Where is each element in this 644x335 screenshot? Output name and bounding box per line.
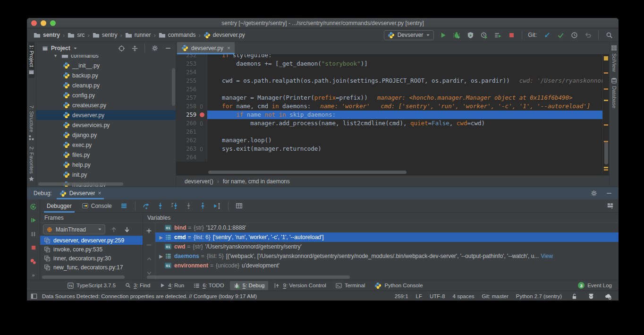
run-to-cursor-button[interactable]	[212, 201, 222, 211]
tree-item-files-py[interactable]: files.py	[36, 150, 176, 160]
tree-item-devserver-py[interactable]: devserver.py	[36, 110, 176, 120]
tree-item-devservices-py[interactable]: devservices.py	[36, 120, 176, 130]
locate-file-button[interactable]	[117, 43, 126, 53]
variable-row[interactable]: 01environment= {unicode}u'development'	[155, 261, 619, 270]
variable-row[interactable]: 01bind= {str}'127.0.0.1:8888'	[155, 223, 619, 232]
search-everywhere-button[interactable]	[604, 30, 614, 40]
pause-button[interactable]	[29, 229, 38, 239]
horizontal-scrollbar[interactable]	[42, 275, 125, 279]
inspections-profile-icon[interactable]	[586, 292, 596, 301]
tree-item-commands[interactable]: ▾commands	[36, 55, 176, 60]
tree-item-cleanup-py[interactable]: cleanup.py	[36, 80, 176, 90]
code-line[interactable]: 255 cwd = os.path.realpath(os.path.join(…	[176, 77, 602, 85]
line-number[interactable]: 256	[176, 85, 207, 94]
debug-button[interactable]	[452, 30, 461, 40]
editor-tab-devserver[interactable]: devserver.py ×	[177, 42, 235, 54]
tool-window-button-3-find[interactable]: 3: Find	[121, 281, 154, 290]
status-file-encoding[interactable]: UTF-8	[430, 293, 445, 299]
remove-watch-button[interactable]	[144, 240, 154, 249]
tool-window-button-database[interactable]: Database	[611, 75, 617, 111]
next-frame-button[interactable]	[122, 225, 132, 234]
close-session-icon[interactable]: ×	[98, 190, 101, 197]
code-line[interactable]: 260 manager.add_process(name, list2cmdli…	[176, 119, 602, 128]
code-line[interactable]: 261	[176, 128, 602, 136]
vertical-scrollbar[interactable]	[172, 68, 175, 106]
view-breakpoints-button[interactable]	[29, 257, 38, 266]
variable-row[interactable]: ▶cmd= {list: 6}['sentry', 'run', 'worker…	[155, 232, 619, 242]
git-rollback-button[interactable]	[583, 30, 593, 40]
tree-item-exec-py[interactable]: exec.py	[36, 140, 176, 150]
git-update-button[interactable]	[542, 30, 551, 40]
previous-frame-button[interactable]	[109, 225, 119, 234]
breadcrumb-item[interactable]: runner	[125, 32, 151, 39]
add-watch-button[interactable]	[144, 226, 154, 235]
breadcrumb-item[interactable]: sentry	[34, 32, 60, 39]
variable-row[interactable]: ▶daemons= {list: 5}[('webpack', ['/Users…	[155, 251, 619, 261]
tool-window-button-structure[interactable]: 7: Structure	[28, 103, 34, 144]
tab-console[interactable]: Console	[79, 199, 115, 213]
stop-button[interactable]	[507, 30, 516, 40]
step-over-button[interactable]	[142, 201, 151, 211]
breadcrumb-item[interactable]: devserver.py	[203, 32, 245, 39]
git-history-button[interactable]	[569, 30, 579, 40]
line-number[interactable]: 264	[176, 153, 207, 162]
tool-window-button-typescript-3-7-5[interactable]: TSTypeScript 3.7.5	[64, 281, 119, 290]
tree-item-django-py[interactable]: django.py	[36, 130, 176, 140]
tool-window-button-5-debug[interactable]: 5: Debug	[230, 281, 269, 290]
frame-row[interactable]: devserver, devserver.py:259	[40, 236, 143, 245]
line-number[interactable]: 260	[176, 119, 207, 128]
chevron-expanded-icon[interactable]: ▾	[54, 55, 59, 58]
fold-marker-icon[interactable]	[200, 147, 203, 151]
status-python-interpreter[interactable]: Python 2.7 (sentry)	[516, 293, 562, 299]
event-log-button[interactable]: 3Event Log	[578, 282, 612, 289]
tool-window-button-terminal[interactable]: Terminal	[332, 281, 369, 290]
code-line[interactable]: 259 if name not in skip_daemons:	[176, 111, 602, 119]
status-message[interactable]: Data Sources Detected: Connection proper…	[42, 293, 257, 299]
code-line[interactable]: 252 if styleguide:	[176, 54, 602, 60]
breadcrumb-item[interactable]: sentry	[93, 32, 118, 39]
tree-item-init-py[interactable]: init.py	[36, 170, 176, 180]
resume-button[interactable]	[29, 215, 38, 225]
breadcrumb-item[interactable]: commands	[159, 32, 196, 39]
inspection-indicator-icon[interactable]	[604, 56, 608, 60]
status-indent-style[interactable]: 4 spaces	[453, 293, 475, 299]
line-number[interactable]: 252	[176, 54, 207, 60]
hide-panel-button[interactable]	[163, 43, 173, 53]
status-caret-position[interactable]: 259:1	[395, 293, 408, 299]
chevron-right-icon[interactable]: ▶	[157, 235, 165, 240]
readonly-lock-icon[interactable]	[569, 292, 579, 301]
line-number[interactable]: 262	[176, 136, 207, 145]
tree-item-help-py[interactable]: help.py	[36, 160, 176, 170]
force-step-into-button[interactable]	[184, 201, 194, 211]
git-commit-button[interactable]	[556, 30, 565, 40]
evaluate-expression-button[interactable]	[235, 201, 244, 211]
tool-window-button-project[interactable]: 1: Project	[28, 42, 34, 78]
run-button[interactable]	[438, 30, 448, 40]
hide-debug-button[interactable]	[604, 189, 614, 198]
tree-item-config-py[interactable]: config.py	[36, 90, 176, 100]
more-actions-button[interactable]: »	[32, 272, 34, 278]
line-number[interactable]: 261	[176, 128, 207, 136]
editor-breadcrumb-item[interactable]: for name, cmd in daemons	[223, 178, 290, 185]
move-up-button[interactable]	[144, 254, 154, 264]
step-into-button[interactable]	[156, 201, 165, 211]
close-tab-icon[interactable]: ×	[227, 45, 230, 52]
vertical-scrollbar[interactable]	[604, 142, 608, 164]
frame-row[interactable]: inner, decorators.py:30	[40, 254, 143, 263]
project-settings-button[interactable]	[150, 43, 160, 53]
profile-button[interactable]	[479, 30, 489, 40]
tool-window-button-9-version-control[interactable]: 9: Version Control	[270, 281, 330, 290]
tool-window-button-favorites[interactable]: 2: Favorites	[28, 144, 34, 185]
tree-item-backup-py[interactable]: backup.py	[36, 70, 176, 80]
code-line[interactable]: 256	[176, 85, 602, 94]
close-window-button[interactable]	[31, 20, 37, 26]
ide-services-icon[interactable]	[603, 292, 613, 301]
tool-window-toggle-icon[interactable]	[31, 293, 37, 300]
collapse-all-button[interactable]	[130, 43, 139, 53]
debug-session-tab[interactable]: Devserver ×	[57, 187, 104, 199]
horizontal-scrollbar[interactable]	[38, 182, 123, 186]
breadcrumb-item[interactable]: src	[68, 32, 85, 39]
horizontal-scrollbar[interactable]	[208, 171, 407, 174]
zoom-window-button[interactable]	[50, 20, 56, 26]
code-line[interactable]: 264	[176, 153, 602, 162]
